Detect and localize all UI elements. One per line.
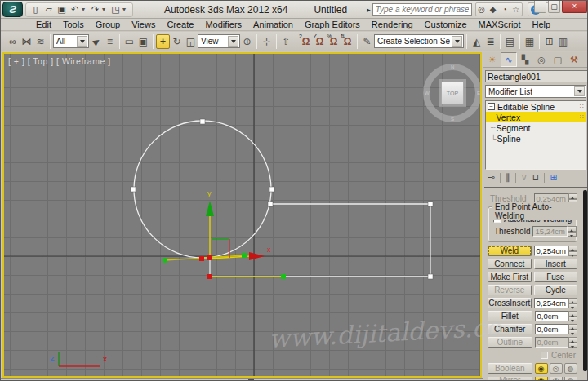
search-input[interactable] bbox=[372, 3, 472, 16]
unlink-selection-icon[interactable]: ⋈ bbox=[20, 34, 33, 49]
dropdown-arrow-icon[interactable] bbox=[228, 36, 238, 47]
align-icon[interactable]: ≣ bbox=[483, 34, 497, 49]
open-file-icon[interactable]: ▱ bbox=[42, 3, 55, 16]
window-crossing-icon[interactable]: ▣ bbox=[136, 34, 150, 49]
spline-circle[interactable] bbox=[134, 121, 271, 258]
favorites-star-icon[interactable]: ☆ bbox=[510, 5, 522, 14]
dropdown-arrow-icon[interactable] bbox=[574, 86, 585, 96]
object-name-field[interactable] bbox=[485, 70, 588, 82]
schematic-view-icon[interactable]: ▥ bbox=[556, 34, 570, 49]
toolbar-options-icon[interactable]: ▾ bbox=[122, 6, 129, 13]
gizmo-y-arrowhead[interactable] bbox=[206, 201, 214, 216]
keyboard-shortcut-override-icon[interactable]: ⇧ bbox=[279, 34, 293, 49]
viewcube-top-face[interactable]: TOP bbox=[441, 82, 464, 104]
selection-filter-dropdown[interactable]: All bbox=[53, 34, 89, 48]
gizmo-x-arrowhead[interactable] bbox=[249, 252, 265, 260]
project-folder-icon[interactable]: ◳ bbox=[109, 3, 122, 16]
boolean-subtract-icon[interactable]: ◎ bbox=[550, 363, 563, 374]
subscription-key-icon[interactable]: ◆ bbox=[488, 5, 499, 14]
curve-editor-icon[interactable]: ⊞ bbox=[542, 34, 556, 49]
menu-views[interactable]: Views bbox=[126, 20, 161, 29]
viewcube[interactable]: N E W S TOP bbox=[423, 64, 482, 122]
create-tab-icon[interactable]: ☀ bbox=[484, 52, 501, 67]
insert-button[interactable]: Insert bbox=[534, 259, 578, 269]
modify-tab-icon[interactable]: ∿ bbox=[501, 52, 517, 67]
bind-to-space-warp-icon[interactable]: ≋ bbox=[33, 34, 47, 49]
minimize-button[interactable]: – bbox=[534, 1, 546, 13]
connect-button[interactable]: Connect bbox=[488, 259, 532, 269]
outline-button[interactable]: Outline bbox=[488, 337, 532, 348]
vertices-unselected[interactable] bbox=[131, 119, 433, 279]
use-pivot-point-center-icon[interactable]: ⊕ bbox=[240, 34, 254, 49]
close-button[interactable]: × bbox=[562, 1, 587, 13]
layer-manager-icon[interactable]: ▤ bbox=[503, 34, 517, 49]
graphite-modeling-icon[interactable]: ▦ bbox=[523, 34, 537, 49]
spinner-arrows-icon[interactable] bbox=[568, 337, 577, 348]
new-scene-icon[interactable]: ▯ bbox=[29, 3, 42, 16]
make-first-button[interactable]: Make First bbox=[488, 272, 532, 282]
fillet-button[interactable]: Fillet bbox=[488, 311, 532, 321]
application-menu-button[interactable]: Ƨ bbox=[2, 2, 23, 17]
spinner-arrows-icon[interactable] bbox=[568, 324, 577, 334]
communication-center-icon[interactable]: ◔ bbox=[499, 5, 510, 14]
menu-create[interactable]: Create bbox=[161, 20, 199, 29]
dropdown-arrow-icon[interactable] bbox=[452, 36, 462, 47]
display-tab-icon[interactable]: ▢ bbox=[550, 52, 566, 67]
boolean-button[interactable]: Boolean bbox=[488, 363, 532, 374]
hierarchy-tab-icon[interactable]: ▚ bbox=[517, 52, 533, 67]
weld-spinner[interactable]: 0,254cm bbox=[534, 246, 577, 256]
auto-weld-threshold-spinner[interactable]: 15,24cm bbox=[532, 226, 576, 237]
mirror-vertical-icon[interactable]: ◎ bbox=[550, 377, 563, 381]
mirror-icon[interactable]: ◭ bbox=[470, 34, 483, 49]
motion-tab-icon[interactable]: ◎ bbox=[533, 52, 550, 67]
cross-insert-spinner[interactable]: 0,254cm bbox=[534, 298, 577, 308]
edit-named-selection-sets-icon[interactable]: ✎ bbox=[360, 34, 374, 49]
spinner-arrows-icon[interactable] bbox=[568, 246, 577, 256]
reference-coordinate-dropdown[interactable]: View bbox=[198, 34, 240, 48]
select-and-scale-icon[interactable]: ◲ bbox=[184, 34, 198, 49]
redo-icon[interactable]: ↷ bbox=[89, 3, 101, 16]
chamfer-spinner[interactable]: 0,0cm bbox=[535, 324, 578, 334]
menu-graph-editors[interactable]: Graph Editors bbox=[299, 20, 366, 29]
menu-edit[interactable]: Edit bbox=[30, 20, 57, 29]
select-by-name-icon[interactable]: ≡ bbox=[103, 34, 117, 49]
chamfer-button[interactable]: Chamfer bbox=[488, 324, 532, 334]
spinner-snap-toggle-icon[interactable]: ⇅Ω bbox=[341, 34, 354, 49]
reverse-button[interactable]: Reverse bbox=[488, 285, 532, 295]
dropdown-arrow-icon[interactable] bbox=[77, 36, 87, 47]
search-expander-icon[interactable]: ▸ bbox=[367, 6, 371, 14]
percent-snap-toggle-icon[interactable]: %Ω bbox=[327, 34, 341, 49]
undo-dropdown-icon[interactable]: ▾ bbox=[82, 6, 88, 13]
select-and-link-icon[interactable]: ∞ bbox=[6, 34, 20, 49]
menu-modifiers[interactable]: Modifiers bbox=[199, 20, 247, 29]
stack-row-editable-spline[interactable]: − Editable Spline ∷ bbox=[486, 101, 586, 112]
select-and-rotate-icon[interactable]: ↻ bbox=[170, 34, 184, 49]
undo-icon[interactable]: ↶ bbox=[69, 3, 81, 16]
collapse-icon[interactable]: − bbox=[488, 103, 495, 110]
menu-group[interactable]: Group bbox=[90, 20, 127, 29]
search-icon[interactable]: ◎ bbox=[476, 5, 488, 14]
mirror-button[interactable]: Mirror bbox=[488, 377, 532, 381]
boolean-intersect-icon[interactable]: ◍ bbox=[564, 363, 577, 374]
menu-animation[interactable]: Animation bbox=[247, 20, 299, 29]
select-and-move-icon[interactable]: + bbox=[156, 34, 170, 49]
outline-spinner[interactable]: 0,0cm bbox=[535, 337, 578, 348]
viewport-top[interactable]: [ + ] [ Top ] [ Wireframe ] N E W S TOP … bbox=[2, 52, 482, 378]
redo-dropdown-icon[interactable]: ▾ bbox=[102, 6, 109, 13]
fuse-button[interactable]: Fuse bbox=[534, 272, 578, 282]
menu-rendering[interactable]: Rendering bbox=[366, 20, 419, 29]
save-file-icon[interactable]: ▣ bbox=[56, 3, 68, 16]
menu-maxscript[interactable]: MAXScript bbox=[473, 20, 527, 29]
make-unique-icon[interactable]: ∨ bbox=[521, 172, 528, 183]
maximize-button[interactable]: ▢ bbox=[548, 1, 560, 13]
stack-row-segment[interactable]: ┄Segment bbox=[486, 122, 586, 133]
panel-scrollbar[interactable] bbox=[583, 190, 587, 371]
pin-stack-icon[interactable]: ⊸ bbox=[488, 172, 495, 183]
angle-snap-toggle-icon[interactable]: ∠Ω bbox=[313, 34, 327, 49]
cycle-button[interactable]: Cycle bbox=[534, 285, 578, 295]
mirror-horizontal-icon[interactable]: ◉ bbox=[535, 377, 548, 381]
menu-customize[interactable]: Customize bbox=[419, 20, 473, 29]
modifier-list-dropdown[interactable]: Modifier List bbox=[485, 85, 586, 98]
mirror-both-icon[interactable]: ◍ bbox=[564, 377, 577, 381]
boolean-union-icon[interactable]: ◉ bbox=[535, 363, 548, 374]
